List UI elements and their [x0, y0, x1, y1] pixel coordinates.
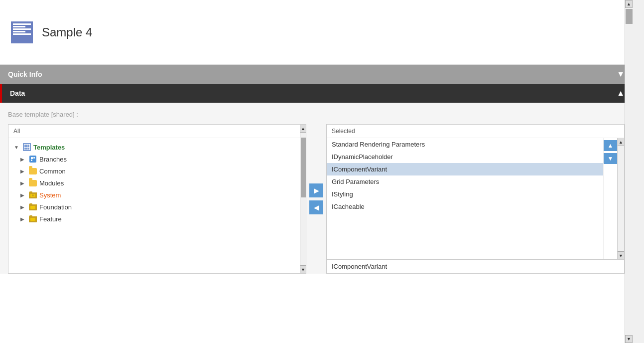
- svg-rect-0: [29, 156, 36, 163]
- selected-item-grid[interactable]: Grid Parameters: [327, 175, 603, 188]
- page-scroll-down-btn[interactable]: ▼: [625, 335, 633, 343]
- tree-toggle-foundation[interactable]: [18, 203, 26, 211]
- picker-container: All Templates: [8, 124, 625, 274]
- tree-item-branches[interactable]: Branches: [8, 153, 306, 165]
- folder-feature-icon: [28, 214, 37, 223]
- move-up-button[interactable]: ▲: [604, 140, 618, 151]
- folder-foundation-icon: [28, 202, 37, 211]
- quick-info-chevron: ▼: [617, 70, 625, 79]
- selected-item-istyling[interactable]: IStyling: [327, 188, 603, 200]
- right-sort-buttons: ▲ ▼: [603, 138, 617, 259]
- data-chevron: ▲: [617, 89, 625, 98]
- selected-list[interactable]: Standard Rendering Parameters IDynamicPl…: [327, 138, 603, 259]
- header-area: Sample 4: [0, 0, 633, 65]
- left-scroll-down-btn[interactable]: ▼: [300, 265, 306, 273]
- tree-label-branches: Branches: [39, 156, 67, 163]
- tree-toggle-system[interactable]: [18, 191, 26, 199]
- tree-label-templates: Templates: [33, 144, 65, 151]
- left-panel-header: All: [8, 125, 306, 138]
- tree-item-feature[interactable]: Feature: [8, 213, 306, 225]
- page-scrollbar: ▲ ▼: [625, 0, 633, 343]
- right-panel-inner: Standard Rendering Parameters IDynamicPl…: [327, 138, 624, 259]
- tree-item-foundation[interactable]: Foundation: [8, 201, 306, 213]
- tree-toggle-branches[interactable]: [18, 155, 26, 163]
- page-scroll-up-btn[interactable]: ▲: [625, 0, 633, 8]
- selected-item-icacheable[interactable]: ICacheable: [327, 200, 603, 213]
- svg-rect-2: [33, 157, 35, 159]
- quick-info-label: Quick Info: [8, 70, 42, 78]
- tree-toggle-feature[interactable]: [18, 215, 26, 223]
- right-scroll-up-btn[interactable]: ▲: [618, 138, 624, 146]
- svg-rect-7: [30, 218, 35, 221]
- folder-modules-icon: [28, 178, 37, 187]
- svg-point-5: [32, 194, 34, 196]
- move-right-button[interactable]: ▶: [309, 183, 323, 197]
- document-icon: [11, 21, 33, 43]
- right-panel-header: Selected: [327, 125, 624, 138]
- move-down-button[interactable]: ▼: [604, 153, 618, 164]
- selected-item-standard[interactable]: Standard Rendering Parameters: [327, 138, 603, 151]
- data-label: Data: [10, 89, 25, 97]
- tree-item-common[interactable]: Common: [8, 165, 306, 177]
- tree-toggle-templates[interactable]: [12, 143, 20, 151]
- tree-toggle-common[interactable]: [18, 167, 26, 175]
- template-icon: [22, 143, 31, 152]
- folder-common-icon: [28, 167, 37, 175]
- tree-label-foundation: Foundation: [39, 203, 72, 211]
- tree-item-system[interactable]: System: [8, 189, 306, 201]
- tree-label-system: System: [39, 191, 61, 199]
- selected-item-icomponentvariant[interactable]: IComponentVariant: [327, 163, 603, 175]
- page-scroll-thumb: [626, 9, 633, 24]
- arrow-buttons: ▶ ◀: [306, 124, 326, 274]
- right-panel: Selected Standard Rendering Parameters I…: [326, 124, 625, 274]
- tree-label-modules: Modules: [39, 179, 64, 187]
- page-title: Sample 4: [42, 25, 92, 39]
- folder-system-icon: [28, 190, 37, 199]
- left-scroll-up-btn[interactable]: ▲: [300, 125, 306, 133]
- branch-icon: [28, 155, 37, 164]
- svg-rect-3: [31, 160, 32, 161]
- tree-item-modules[interactable]: Modules: [8, 177, 306, 189]
- tree-label-feature: Feature: [39, 215, 62, 223]
- left-panel: All Templates: [8, 124, 306, 274]
- tree-item-templates[interactable]: Templates: [8, 141, 306, 153]
- tree-area[interactable]: Templates Branche: [8, 138, 306, 273]
- svg-rect-6: [30, 206, 35, 209]
- quick-info-bar[interactable]: Quick Info ▼: [0, 65, 633, 84]
- tree-toggle-modules[interactable]: [18, 179, 26, 187]
- data-bar[interactable]: Data ▲: [0, 84, 633, 103]
- right-scroll-down-btn[interactable]: ▼: [618, 251, 624, 259]
- right-scrollbar: ▲ ▼: [617, 138, 624, 259]
- selected-item-idynamic[interactable]: IDynamicPlaceholder: [327, 151, 603, 163]
- main-container: Sample 4 Quick Info ▼ Data ▲ Base templa…: [0, 0, 633, 343]
- svg-rect-1: [31, 157, 33, 159]
- right-panel-footer: IComponentVariant: [327, 259, 624, 273]
- left-scrollbar: ▲ ▼: [300, 125, 306, 273]
- move-left-button[interactable]: ◀: [309, 200, 323, 214]
- tree-label-common: Common: [39, 168, 66, 175]
- base-template-label: Base template [shared] :: [8, 111, 625, 118]
- content-area: Base template [shared] : All Templates: [0, 103, 633, 274]
- header-icon: [10, 20, 34, 44]
